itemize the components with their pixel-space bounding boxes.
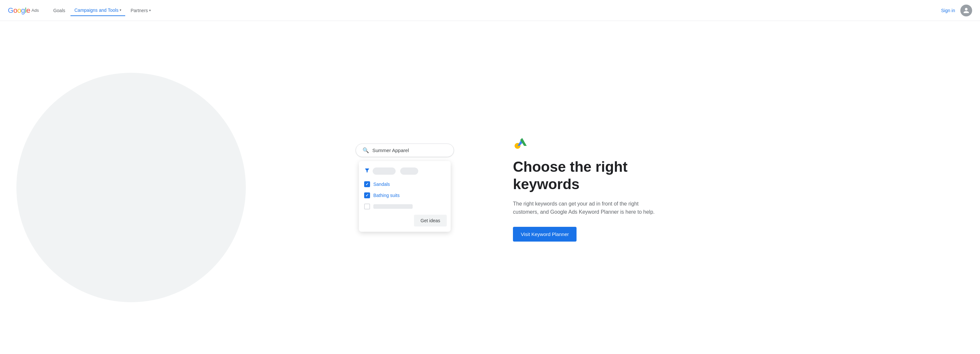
ads-logo-icon [513,133,530,150]
navbar: Google Ads Goals Campaigns and Tools ▾ P… [0,0,980,21]
hero-description: The right keywords can get your ad in fr… [513,199,657,216]
filter-icon [364,167,370,175]
nav-goals[interactable]: Goals [49,5,69,16]
nav-partners[interactable]: Partners ▾ [127,5,155,16]
nav-campaigns[interactable]: Campaigns and Tools ▾ [70,5,125,16]
search-text: Summer Apparel [372,148,409,153]
bathing-suits-checkbox[interactable] [364,192,370,198]
hero-content: Choose the right keywords The right keyw… [487,133,657,242]
get-ideas-button[interactable]: Get ideas [414,215,447,226]
dropdown-item-bathing-suits: Bathing suits [359,190,451,201]
campaigns-chevron-icon: ▾ [119,8,121,12]
empty-checkbox[interactable] [364,204,370,209]
ads-wordmark: Ads [32,8,39,13]
nav-right: Sign in [941,5,972,16]
bathing-suits-label: Bathing suits [373,193,399,198]
hero-title: Choose the right keywords [513,158,657,193]
dropdown-item-empty [359,201,451,212]
hero-illustration: 🔍 Summer Apparel Sandals Bathing su [323,144,487,232]
sign-in-link[interactable]: Sign in [941,8,955,13]
search-bar-illustration: 🔍 Summer Apparel [356,144,454,157]
brand-logo[interactable]: Google Ads [8,6,39,15]
placeholder-bar [373,204,413,209]
sandals-label: Sandals [373,182,390,187]
google-ads-logo [513,133,657,152]
filter-pill-1 [373,167,396,175]
dropdown-footer: Get ideas [359,212,451,228]
filter-pill-2 [400,167,418,175]
visit-keyword-planner-button[interactable]: Visit Keyword Planner [513,227,576,242]
hero-section: 🔍 Summer Apparel Sandals Bathing su [0,21,980,354]
search-icon: 🔍 [363,147,369,153]
partners-chevron-icon: ▾ [149,8,151,12]
dropdown-card: Sandals Bathing suits Get ideas [359,161,451,232]
dropdown-header [359,165,451,179]
dropdown-item-sandals: Sandals [359,179,451,190]
sandals-checkbox[interactable] [364,181,370,187]
google-wordmark: Google [8,6,30,15]
nav-links: Goals Campaigns and Tools ▾ Partners ▾ [49,5,941,16]
avatar[interactable] [960,5,972,16]
